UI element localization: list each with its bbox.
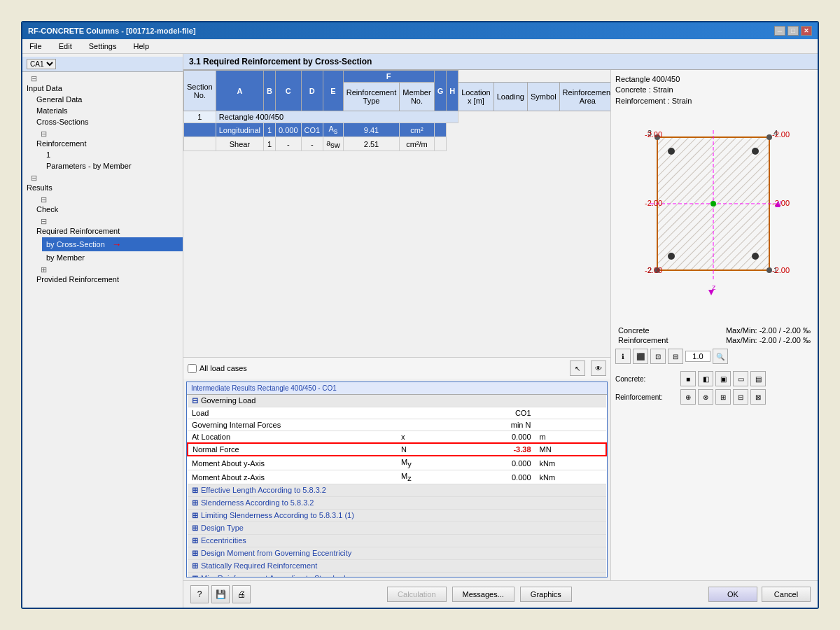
sidebar-item-by-member[interactable]: by Member [22,252,183,263]
expandable-slenderness[interactable]: ⊞Slenderness According to 5.8.3.2 [188,497,606,510]
zoom-reset-btn[interactable]: 🔍 [713,349,728,364]
sidebar-item-cross-sections[interactable]: Cross-Sections [22,116,183,127]
governing-load-header[interactable]: ⊟Governing Load [188,395,606,407]
concrete-btn-1[interactable]: ■ [680,371,696,386]
menu-settings[interactable]: Settings [86,41,120,52]
svg-text:-2.00: -2.00 [645,266,662,274]
eye-icon-btn[interactable]: 👁 [591,360,606,376]
sidebar-item-general-data[interactable]: General Data [22,94,183,105]
int-row-moment-z: Moment About z-Axis Mz 0.000 kNm [188,470,606,484]
int-row-gov-forces: Governing Internal Forces min N [188,419,606,431]
fit-icon-btn[interactable]: ⊡ [650,349,666,364]
gov-forces-label: Governing Internal Forces [188,419,397,431]
sidebar-item-check[interactable]: ⊟Check [22,193,183,215]
svg-point-22 [668,148,675,155]
zoom-input[interactable] [685,351,710,362]
graphics-title: Rectangle 400/450 Concrete : Strain Rein… [615,74,813,106]
concrete-btn-2[interactable]: ◧ [698,371,713,386]
moment-y-value: 0.000 [451,456,535,470]
sidebar-item-reinf-1[interactable]: 1 [22,149,183,160]
sidebar-item-input-data[interactable]: ⊟Input Data [22,72,183,94]
location-value: 0.000 [451,431,535,444]
menu-help[interactable]: Help [130,41,152,52]
minimize-button[interactable]: ─ [774,26,785,36]
bottom-right-buttons: OK Cancel [708,587,811,602]
ok-button[interactable]: OK [708,587,757,602]
reinf-btn-1[interactable]: ⊕ [680,389,696,405]
reinf-btn-3[interactable]: ⊞ [715,389,731,405]
col-section-no: SectionNo. [184,71,216,111]
bottom-left-buttons: ? 💾 🖨 [190,585,251,603]
col-e-header: E [323,71,344,111]
cross-section-container: 3 4 2 1 -2.00 -2.00 [615,116,813,319]
reinf-btn-5[interactable]: ⊠ [750,389,766,405]
bottom-bar: ? 💾 🖨 Calculation Messages... Graphics O… [183,580,818,608]
menu-file[interactable]: File [27,41,45,52]
concrete-btn-3[interactable]: ▣ [715,371,731,386]
sidebar-item-reinforcement[interactable]: ⊟Reinforcement [22,127,183,149]
expandable-design-moment[interactable]: ⊞Design Moment from Governing Eccentrici… [188,547,606,560]
close-button[interactable]: ✕ [801,26,812,36]
col-a-header: A [216,71,263,111]
reinf-strain-value: Max/Min: -2.00 / -2.00 ‰ [726,336,811,344]
maximize-button[interactable]: □ [788,26,799,36]
menu-edit[interactable]: Edit [56,41,75,52]
reinf-btn-4[interactable]: ⊟ [733,389,748,405]
row2-loading: - [301,137,323,151]
print-icon-btn[interactable]: 🖨 [232,585,251,603]
row1-unit: cm² [400,123,434,137]
sidebar-item-provided-reinf[interactable]: ⊞Provided Reinforcement [22,263,183,285]
all-load-cases-checkbox[interactable] [188,364,197,373]
graphics-button[interactable]: Graphics [520,587,572,602]
title-bar: RF-CONCRETE Columns - [001712-model-file… [22,22,818,39]
concrete-btn-5[interactable]: ▤ [750,371,766,386]
zoom-icon-btn[interactable]: ⊟ [668,349,683,364]
expandable-design-type[interactable]: ⊞Design Type [188,522,606,535]
calculation-button[interactable]: Calculation [387,587,446,602]
col-symbol: Symbol [527,83,559,111]
expandable-eccentricities[interactable]: ⊞Eccentricities [188,535,606,547]
sidebar-item-materials[interactable]: Materials [22,105,183,116]
row1-loading: CO1 [301,123,323,137]
table-row-shear[interactable]: Shear 1 - - asw 2.51 cm²/m [184,137,611,151]
right-panel: 3.1 Required Reinforcement by Cross-Sect… [183,54,818,608]
expandable-eff-length[interactable]: ⊞Effective Length According to 5.8.3.2 [188,484,606,497]
view-icon-btn[interactable]: ⬛ [633,349,648,364]
messages-button[interactable]: Messages... [452,587,514,602]
info-icon-btn[interactable]: ℹ [615,349,631,364]
table-row-longitudinal[interactable]: Longitudinal 1 0.000 CO1 As 9.41 cm² [184,123,611,137]
expandable-stat-reinf[interactable]: ⊞Statically Required Reinforcement [188,560,606,573]
governing-load-label: Governing Load [201,396,255,405]
cursor-icon-btn[interactable]: ↖ [570,360,585,376]
normal-force-col: N [397,443,451,456]
concrete-btn-4[interactable]: ▭ [733,371,748,386]
strain-info: Concrete Max/Min: -2.00 / -2.00 ‰ Reinfo… [618,326,811,344]
load-value: CO1 [451,407,535,419]
cancel-button[interactable]: Cancel [762,587,811,602]
int-row-load: Load CO1 [188,407,606,419]
expandable-min-reinf[interactable]: ⊞Min. Reinforcement According to Standar… [188,573,606,578]
location-col: x [397,431,451,444]
load-unit [536,407,607,419]
row1-area: 9.41 [343,123,400,137]
case-dropdown[interactable]: CA1 [27,59,56,69]
sidebar-item-by-cross-section[interactable]: by Cross-Section → [22,237,183,252]
row1-section [184,123,216,137]
sidebar-item-required-reinf[interactable]: ⊟Required Reinforcement [22,215,183,237]
expandable-limiting-slenderness[interactable]: ⊞Limiting Slenderness According to 5.8.3… [188,510,606,522]
sidebar-item-results[interactable]: ⊟Results [22,172,183,193]
help-icon-btn[interactable]: ? [190,585,209,603]
row2-area: 2.51 [343,137,400,151]
table-scroll[interactable]: SectionNo. A B C D E F G H [183,70,610,357]
content-area: SectionNo. A B C D E F G H [183,70,818,580]
concrete-controls: Concrete: ■ ◧ ▣ ▭ ▤ [615,371,813,386]
reinf-btn-2[interactable]: ⊗ [698,389,713,405]
load-col [397,407,451,419]
col-c-header: C [276,71,302,111]
col-reinf-type: ReinforcementType [343,83,400,111]
int-row-location: At Location x 0.000 m [188,431,606,444]
concrete-strain-value: Max/Min: -2.00 / -2.00 ‰ [726,326,811,335]
save-icon-btn[interactable]: 💾 [211,585,230,603]
sidebar-item-params-member[interactable]: Parameters - by Member [22,160,183,172]
all-load-cases-label[interactable]: All load cases [188,364,247,373]
